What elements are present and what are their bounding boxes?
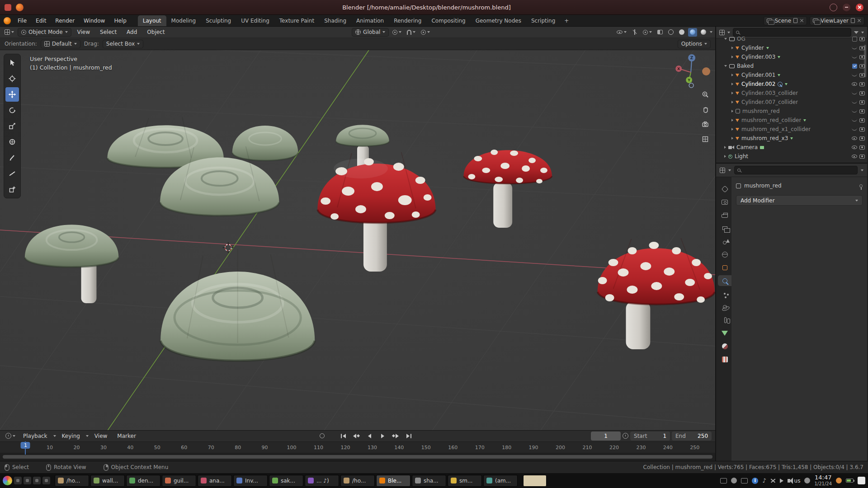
outliner-row[interactable]: mushrom_red_x1_collider: [716, 125, 867, 134]
timeline-ruler[interactable]: 1020304050607080901001101201301401501601…: [0, 441, 715, 453]
jump-to-end-button[interactable]: [403, 432, 415, 440]
expand-arrow-icon[interactable]: [731, 74, 733, 76]
gizmo-minus-x-axis[interactable]: [702, 67, 710, 75]
music-icon[interactable]: ♪: [762, 477, 766, 484]
taskbar-window-button[interactable]: /ho...: [55, 475, 89, 487]
display-icon[interactable]: [720, 478, 727, 483]
properties-tab-view-layer[interactable]: [718, 223, 731, 234]
expand-arrow-icon[interactable]: [724, 155, 726, 158]
play-button[interactable]: [377, 432, 388, 440]
add-workspace-button[interactable]: +: [560, 15, 573, 26]
filter-icon[interactable]: [854, 31, 859, 34]
properties-tab-constraints[interactable]: [718, 314, 731, 325]
expand-arrow-icon[interactable]: [731, 92, 733, 94]
properties-editor-icon[interactable]: [720, 168, 725, 173]
app-launcher-icon[interactable]: [3, 476, 12, 485]
show-gizmo-button[interactable]: [630, 28, 639, 37]
disable-in-renders-icon[interactable]: [859, 91, 865, 95]
proportional-editing-button[interactable]: [419, 28, 432, 37]
jump-to-start-button[interactable]: [338, 432, 349, 440]
disable-in-renders-icon[interactable]: [859, 82, 865, 86]
outliner-row[interactable]: Light: [716, 152, 867, 161]
updates-icon[interactable]: [836, 478, 842, 483]
close-button[interactable]: [856, 4, 863, 11]
pinned-app-icon-2[interactable]: [24, 477, 31, 484]
taskbar-window-button[interactable]: guil...: [162, 475, 196, 487]
expand-arrow-icon[interactable]: [731, 110, 733, 113]
menu-select[interactable]: Select: [96, 28, 121, 37]
current-frame-field[interactable]: 1: [591, 432, 621, 441]
outliner-row[interactable]: Cylinder.003: [716, 52, 867, 61]
scissors-icon[interactable]: [770, 478, 776, 483]
outliner-row[interactable]: Cylinder.007_collider: [716, 98, 867, 107]
taskbar-window-button[interactable]: (am...: [483, 475, 518, 487]
expand-arrow-icon[interactable]: [724, 146, 726, 149]
taskbar-window-button[interactable]: wall...: [90, 475, 125, 487]
properties-tab-render[interactable]: [718, 197, 731, 207]
properties-tab-scene[interactable]: [718, 236, 731, 247]
volume-icon[interactable]: [788, 479, 790, 483]
window-options-button[interactable]: [830, 4, 837, 11]
toggle-xray-button[interactable]: [656, 28, 665, 37]
eye-closed-icon[interactable]: [852, 101, 857, 103]
tool-add-primitive[interactable]: [5, 182, 19, 197]
workspace-tab-geometry-nodes[interactable]: Geometry Nodes: [471, 15, 526, 26]
menu-edit[interactable]: Edit: [32, 16, 50, 25]
play-icon[interactable]: [780, 479, 783, 483]
expand-arrow-icon[interactable]: [731, 83, 733, 85]
tool-annotate[interactable]: [5, 150, 19, 165]
menu-window[interactable]: Window: [80, 16, 109, 25]
viewport-canvas[interactable]: Z X Y: [0, 50, 715, 430]
eye-open-icon[interactable]: [852, 145, 857, 149]
end-frame-field[interactable]: End 250: [672, 432, 712, 441]
shading-solid-button[interactable]: [677, 28, 686, 37]
workspace-tab-shading[interactable]: Shading: [319, 15, 351, 26]
workspace-tab-scripting[interactable]: Scripting: [526, 15, 560, 26]
editor-type-button[interactable]: [3, 28, 16, 37]
blender-logo-icon[interactable]: [4, 17, 11, 24]
taskbar-window-button[interactable]: den...: [126, 475, 160, 487]
pinned-app-icon-3[interactable]: [33, 477, 41, 484]
tool-transform[interactable]: [5, 135, 19, 149]
properties-tab-particles[interactable]: [718, 288, 731, 299]
outliner-scrollbar[interactable]: [864, 45, 866, 77]
eye-closed-icon[interactable]: [852, 128, 857, 131]
notifications-icon[interactable]: [858, 477, 865, 484]
eye-closed-icon[interactable]: [852, 74, 857, 76]
menu-view[interactable]: View: [73, 28, 94, 37]
tray-app-icon-2[interactable]: [741, 478, 748, 483]
tool-cursor[interactable]: [5, 71, 19, 86]
outliner-row[interactable]: Baked: [716, 61, 867, 70]
tool-select-box[interactable]: [5, 56, 19, 70]
workspace-tab-compositing[interactable]: Compositing: [426, 15, 470, 26]
playhead-frame-chip[interactable]: 1: [21, 442, 30, 449]
shading-material-button[interactable]: [688, 28, 697, 37]
bluetooth-icon[interactable]: [804, 478, 810, 483]
keyboard-layout-indicator[interactable]: us: [794, 478, 801, 484]
properties-tab-object-data[interactable]: [718, 328, 731, 338]
workspace-tab-sculpting[interactable]: Sculpting: [201, 15, 236, 26]
disable-in-renders-icon[interactable]: [859, 109, 865, 113]
outliner-row[interactable]: mushrom_red_x3: [716, 134, 867, 143]
play-reverse-button[interactable]: [364, 432, 375, 440]
clock[interactable]: 14:47 1/21/24: [814, 474, 832, 486]
outliner-editor-icon[interactable]: [719, 30, 725, 35]
timeline-scroll-thumb[interactable]: [3, 455, 712, 459]
previous-keyframe-button[interactable]: [351, 432, 362, 440]
info-icon[interactable]: i: [752, 478, 758, 484]
pin-icon[interactable]: [859, 184, 863, 188]
taskbar-window-button[interactable]: sak...: [269, 475, 303, 487]
shading-wireframe-button[interactable]: [666, 28, 675, 37]
properties-tab-material[interactable]: [718, 341, 731, 352]
tool-move[interactable]: [5, 87, 19, 102]
disable-in-renders-icon[interactable]: [859, 100, 865, 104]
toggle-perspective-button[interactable]: [700, 134, 711, 145]
timeline-editor-type-button[interactable]: [4, 432, 17, 440]
outliner-row[interactable]: Cylinder.002: [716, 80, 867, 89]
add-modifier-button[interactable]: Add Modifier: [736, 195, 863, 206]
disable-in-renders-icon[interactable]: [859, 145, 865, 150]
pinned-app-icon-4[interactable]: [42, 477, 50, 484]
properties-tab-world[interactable]: [718, 249, 731, 260]
next-keyframe-button[interactable]: [390, 432, 401, 440]
expand-arrow-icon[interactable]: [724, 65, 727, 67]
